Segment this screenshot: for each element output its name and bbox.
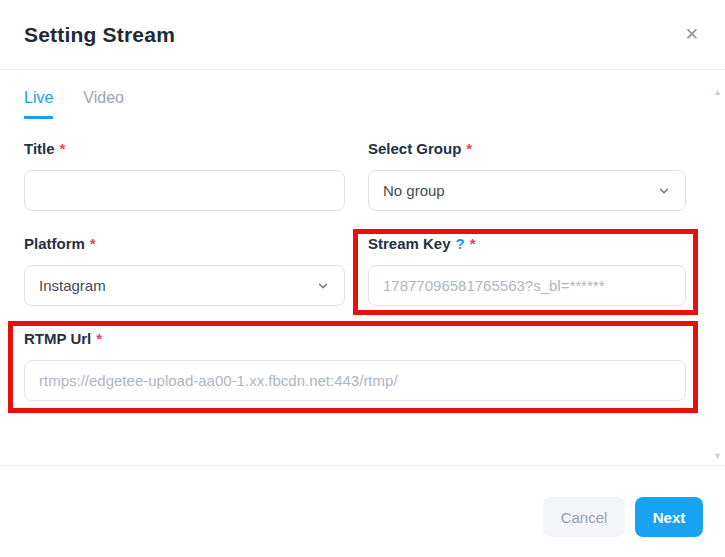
required-asterisk: * <box>60 140 66 157</box>
rtmp-url-label: RTMP Url <box>24 330 91 347</box>
tab-live[interactable]: Live <box>24 89 53 119</box>
required-asterisk: * <box>470 235 476 252</box>
stream-key-input[interactable] <box>368 265 686 306</box>
title-input[interactable] <box>24 170 345 211</box>
platform-select[interactable]: Instagram <box>24 265 345 306</box>
select-group-label: Select Group <box>368 140 461 157</box>
setting-stream-modal: Setting Stream ✕ Live Video Title * Sele… <box>0 0 725 557</box>
close-icon[interactable]: ✕ <box>681 22 703 47</box>
cancel-button[interactable]: Cancel <box>543 497 625 537</box>
group-select-value: No group <box>383 182 445 199</box>
form-row-3: RTMP Url * <box>24 330 686 401</box>
tab-video[interactable]: Video <box>83 89 124 119</box>
platform-select-value: Instagram <box>39 277 106 294</box>
rtmp-url-input[interactable] <box>24 360 686 401</box>
stream-key-field-group: Stream Key ? * <box>368 235 686 306</box>
modal-header: Setting Stream ✕ <box>0 0 725 70</box>
title-label: Title <box>24 140 55 157</box>
platform-field-group: Platform * Instagram <box>24 235 345 306</box>
form-row-1: Title * Select Group * No group <box>24 140 686 211</box>
chevron-down-icon <box>316 279 330 293</box>
group-select[interactable]: No group <box>368 170 686 211</box>
scrollbar-down-arrow[interactable]: ▼ <box>713 452 722 461</box>
scrollbar-up-arrow[interactable]: ▲ <box>713 88 722 97</box>
form-row-2: Platform * Instagram Stream Key ? * <box>24 235 686 306</box>
required-asterisk: * <box>96 330 102 347</box>
stream-key-label: Stream Key <box>368 235 451 252</box>
stream-settings-form: Title * Select Group * No group <box>0 119 725 401</box>
next-button[interactable]: Next <box>635 497 703 537</box>
rtmp-field-group: RTMP Url * <box>24 330 686 401</box>
modal-title: Setting Stream <box>24 23 175 47</box>
required-asterisk: * <box>466 140 472 157</box>
title-field-group: Title * <box>24 140 345 211</box>
chevron-down-icon <box>657 184 671 198</box>
required-asterisk: * <box>90 235 96 252</box>
tab-bar: Live Video <box>24 70 701 119</box>
modal-footer: Cancel Next <box>0 465 725 557</box>
help-icon[interactable]: ? <box>456 235 465 252</box>
group-field-group: Select Group * No group <box>368 140 686 211</box>
platform-label: Platform <box>24 235 85 252</box>
